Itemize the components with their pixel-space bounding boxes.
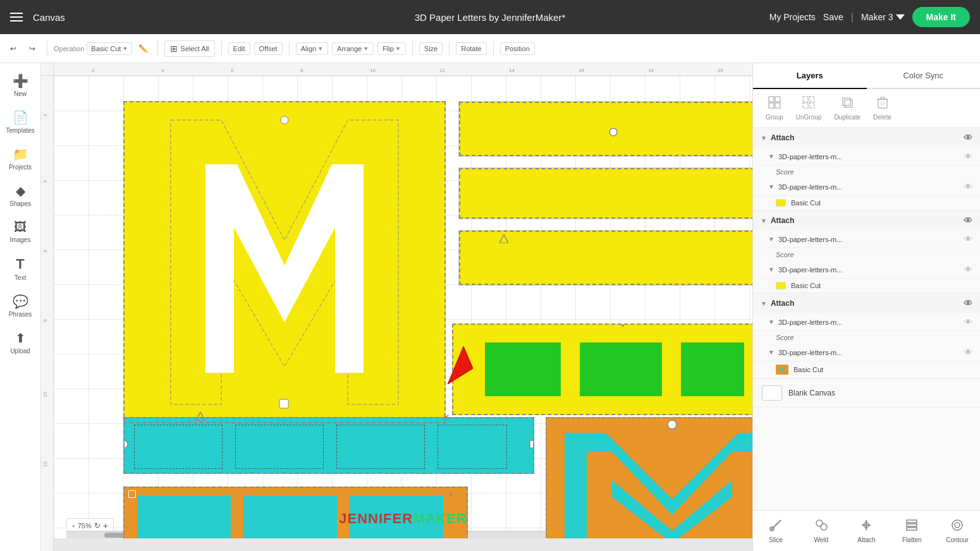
yellow-rect-2[interactable] (458, 167, 752, 219)
group-tool[interactable]: Group (759, 93, 790, 123)
panel-toolbar: Group UnGroup Duplicate Delete (753, 89, 980, 128)
svg-rect-16 (769, 97, 774, 102)
svg-rect-18 (769, 103, 774, 108)
duplicate-tool[interactable]: Duplicate (828, 93, 867, 123)
sidebar-item-text[interactable]: T Text (2, 251, 39, 286)
yellow-rect-1[interactable] (458, 101, 752, 157)
undo-button[interactable]: ↩ (5, 40, 21, 57)
layer6-chevron: ▼ (768, 349, 775, 356)
layer5-eye[interactable]: 👁 (964, 317, 972, 327)
ruler-mark-h-20: 20 (718, 68, 723, 73)
attach-visible-3[interactable]: 👁 (964, 298, 972, 308)
layer-item-1[interactable]: ▼ 3D-paper-letters-m... 👁 (753, 148, 980, 166)
sidebar-item-projects[interactable]: 📁 Projects (2, 142, 39, 176)
layer2-eye[interactable]: 👁 (964, 182, 972, 191)
layer1-eye[interactable]: 👁 (964, 152, 972, 161)
attach-tool-bottom[interactable]: Attach (844, 514, 890, 547)
orange-teal-row[interactable]: ✕ (123, 487, 468, 538)
align-button[interactable]: Align ▼ (296, 42, 328, 55)
yellow-rect-3[interactable] (458, 230, 752, 286)
slice-icon (769, 518, 783, 535)
duplicate-icon (840, 95, 854, 112)
arrange-button[interactable]: Arrange ▼ (332, 42, 374, 55)
contour-tool[interactable]: Contour (934, 514, 980, 547)
sidebar-item-images[interactable]: 🖼 Images (2, 215, 39, 248)
attach-header-1[interactable]: ▼ Attach 👁 (753, 128, 980, 148)
layer1-chevron: ▼ (768, 153, 775, 160)
layer-item-6[interactable]: ▼ 3D-paper-letters-m... 👁 (753, 344, 980, 361)
my-projects-link[interactable]: My Projects (769, 12, 816, 22)
make-it-button[interactable]: Make It (912, 7, 970, 27)
sidebar-item-new[interactable]: ➕ New (2, 68, 39, 102)
weld-label: Weld (814, 536, 828, 543)
layer2-sub: Basic Cut (753, 196, 980, 210)
zoom-level: 75% (78, 522, 92, 530)
bottom-right-m[interactable] (546, 417, 752, 538)
layer6-eye[interactable]: 👁 (964, 348, 972, 357)
layer4-eye[interactable]: 👁 (964, 265, 972, 274)
layer-item-4[interactable]: ▼ 3D-paper-letters-m... 👁 (753, 261, 980, 279)
sidebar-item-shapes-label: Shapes (9, 200, 31, 207)
attach-header-2[interactable]: ▼ Attach 👁 (753, 210, 980, 231)
slice-tool[interactable]: Slice (753, 514, 799, 547)
hamburger-menu[interactable] (10, 13, 23, 21)
ungroup-tool[interactable]: UnGroup (790, 93, 828, 123)
top-nav: Canvas 3D Paper Letters by JenniferMaker… (0, 0, 980, 34)
layer4-chevron: ▼ (768, 266, 775, 273)
layer-item-2[interactable]: ▼ 3D-paper-letters-m... 👁 (753, 178, 980, 196)
app-title: Canvas (33, 12, 65, 23)
new-icon: ➕ (13, 73, 28, 88)
yellow-green-row[interactable]: ⬍ ✕ (452, 324, 752, 415)
ruler-mark-h-2: 2 (92, 68, 94, 73)
offset-button[interactable]: Offset (254, 42, 283, 55)
machine-selector[interactable]: Maker 3 (861, 12, 905, 22)
green-block-2 (580, 342, 662, 396)
svg-line-31 (771, 520, 781, 530)
flatten-tool[interactable]: Flatten (889, 514, 934, 547)
ruler-mark-v-12: 12 (42, 461, 48, 467)
size-button[interactable]: Size (419, 42, 443, 55)
svg-rect-38 (907, 528, 917, 530)
yellow-m-shape[interactable] (123, 101, 446, 423)
layer2-chevron: ▼ (768, 183, 775, 190)
teal-row-1[interactable] (123, 417, 534, 474)
layer3-eye[interactable]: 👁 (964, 234, 972, 244)
main-layout: ➕ New 📄 Templates 📁 Projects ◆ Shapes 🖼 … (0, 63, 980, 551)
cursor-arrow-svg (444, 346, 476, 384)
canvas-content[interactable]: ✕ (54, 76, 752, 538)
rotate-button[interactable]: Rotate (456, 42, 486, 55)
layer-item-5[interactable]: ▼ 3D-paper-letters-m... 👁 (753, 313, 980, 331)
attach-header-3[interactable]: ▼ Attach 👁 (753, 293, 980, 313)
sidebar-item-phrases[interactable]: 💬 Phrases (2, 289, 39, 323)
position-button[interactable]: Position (500, 42, 535, 55)
ruler-mark-h-14: 14 (509, 68, 515, 73)
sidebar-item-templates[interactable]: 📄 Templates (2, 105, 39, 139)
flip-button[interactable]: Flip ▼ (377, 42, 406, 55)
zoom-in-button[interactable]: + (103, 521, 108, 531)
layer4-sub: Basic Cut (753, 279, 980, 293)
edit-button[interactable]: Edit (228, 42, 250, 55)
select-all-button[interactable]: ⊞ Select All (164, 40, 214, 57)
delete-tool[interactable]: Delete (867, 93, 898, 123)
toolbar-sep-6 (449, 41, 450, 56)
zoom-refresh-icon[interactable]: ↻ (94, 521, 101, 530)
weld-tool[interactable]: Weld (799, 514, 844, 547)
tab-layers[interactable]: Layers (753, 63, 867, 89)
toolbar-sep-3 (221, 41, 222, 56)
edit-mode-button[interactable]: ✏️ (135, 40, 151, 57)
layer4-name: 3D-paper-letters-m... (778, 266, 960, 274)
ruler-mark-h-18: 18 (648, 68, 654, 73)
ruler-mark-h-6: 6 (231, 68, 233, 73)
sidebar-item-shapes[interactable]: ◆ Shapes (2, 178, 39, 212)
zoom-out-button[interactable]: - (72, 521, 75, 531)
operation-select[interactable]: Basic Cut ▼ (87, 42, 132, 55)
redo-button[interactable]: ↪ (24, 40, 40, 57)
sidebar-item-upload[interactable]: ⬆ Upload (2, 325, 39, 360)
attach-visible-1[interactable]: 👁 (964, 133, 972, 143)
tab-color-sync[interactable]: Color Sync (867, 63, 981, 89)
layer6-name: 3D-paper-letters-m... (778, 349, 960, 356)
canvas-area[interactable]: 2 4 6 8 10 12 14 16 18 20 2 4 6 8 10 12 (41, 63, 752, 551)
attach-visible-2[interactable]: 👁 (964, 215, 972, 226)
layer-item-3[interactable]: ▼ 3D-paper-letters-m... 👁 (753, 231, 980, 248)
save-link[interactable]: Save (823, 12, 843, 22)
